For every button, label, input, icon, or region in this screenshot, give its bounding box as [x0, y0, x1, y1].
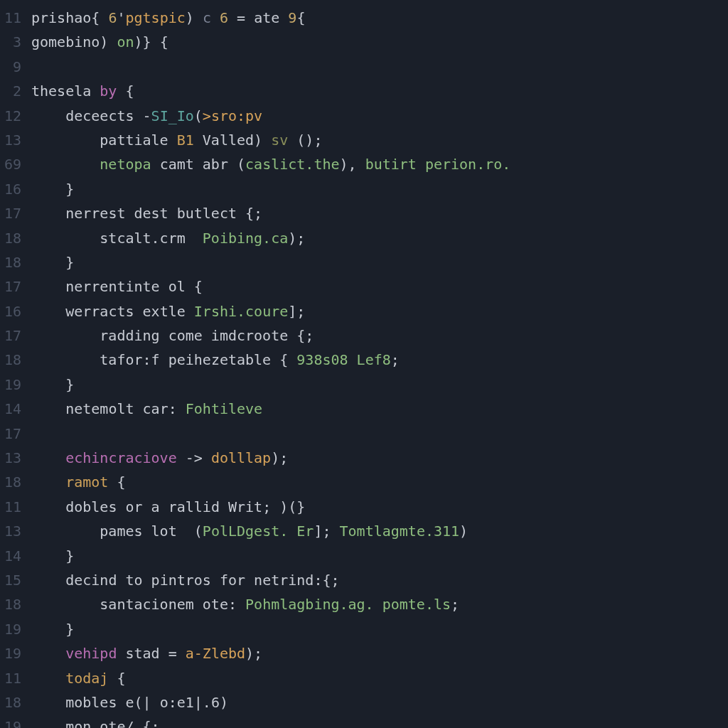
code-content[interactable]: prishao{ 6'pgtspic) c 6 = ate 9{	[31, 6, 728, 30]
code-content[interactable]: netopa camt abr (caslict.the), butirt pe…	[31, 152, 728, 176]
code-line[interactable]: 2thesela by {	[0, 79, 728, 103]
token: '	[117, 9, 125, 26]
token: PolLDgest. Er	[203, 523, 314, 540]
token: (	[194, 523, 203, 540]
code-line[interactable]: 12 deceects -SI_Io(>sro:pv	[0, 104, 728, 128]
token: e(| o:e1|.6)	[125, 694, 228, 711]
token: {	[91, 9, 108, 26]
token: ote/	[100, 718, 142, 728]
token	[31, 449, 65, 466]
code-content[interactable]	[31, 55, 728, 79]
code-line[interactable]: 18 mobles e(| o:e1|.6)	[0, 690, 728, 714]
code-line[interactable]: 16 }	[0, 177, 728, 201]
code-content[interactable]: netemolt car: Fohtileve	[31, 397, 728, 421]
code-content[interactable]: pames lot (PolLDgest. Er]; Tomtlagmte.31…	[31, 519, 728, 543]
code-line[interactable]: 69 netopa camt abr (caslict.the), butirt…	[0, 152, 728, 176]
token: }	[31, 547, 74, 564]
token	[31, 572, 65, 589]
token: gomebino	[31, 33, 100, 50]
code-line[interactable]: 11prishao{ 6'pgtspic) c 6 = ate 9{	[0, 6, 728, 30]
token	[31, 303, 65, 320]
token: mon	[65, 718, 100, 728]
code-line[interactable]: 13 pattiale B1 Valled) sv ();	[0, 128, 728, 152]
code-content[interactable]: tafor:f peihezetable { 938s08 Lef8;	[31, 348, 728, 372]
code-line[interactable]: 19 }	[0, 373, 728, 397]
code-line[interactable]: 15 decind to pintros for netrind:{;	[0, 568, 728, 592]
code-content[interactable]: gomebino) on)} {	[31, 30, 728, 54]
token: netemolt	[65, 400, 142, 417]
code-line[interactable]: 13 echincraciove -> dolllap);	[0, 446, 728, 470]
token: Irshi.coure	[194, 303, 288, 320]
code-line[interactable]: 11 dobles or a rallid Writ; )(}	[0, 495, 728, 519]
token: caslict.the	[245, 156, 339, 173]
token	[31, 327, 100, 344]
token: werracts	[65, 303, 142, 320]
code-content[interactable]: dobles or a rallid Writ; )(}	[31, 495, 728, 519]
token: ->	[186, 449, 211, 466]
code-content[interactable]: werracts extle Irshi.coure];	[31, 299, 728, 323]
code-content[interactable]: radding come imdcroote {;	[31, 323, 728, 348]
token: ote:	[203, 596, 245, 613]
code-content[interactable]: }	[31, 544, 728, 568]
code-line[interactable]: 17	[0, 422, 728, 446]
code-content[interactable]	[31, 422, 728, 446]
token: Valled	[203, 132, 254, 149]
code-content[interactable]: deceects -SI_Io(>sro:pv	[31, 104, 728, 128]
code-line[interactable]: 3gomebino) on)} {	[0, 30, 728, 54]
code-line[interactable]: 19 mon ote/ {;	[0, 714, 728, 728]
code-content[interactable]: decind to pintros for netrind:{;	[31, 568, 728, 592]
code-line[interactable]: 14 netemolt car: Fohtileve	[0, 397, 728, 421]
code-line[interactable]: 19 vehipd stad = a-Zlebd);	[0, 641, 728, 665]
code-line[interactable]: 11 todaj {	[0, 666, 728, 690]
line-number: 18	[0, 690, 31, 714]
line-number: 18	[0, 250, 31, 274]
code-content[interactable]: }	[31, 250, 728, 274]
code-content[interactable]: }	[31, 617, 728, 641]
code-line[interactable]: 16 werracts extle Irshi.coure];	[0, 299, 728, 323]
token	[31, 473, 65, 491]
token: ramot	[65, 473, 117, 491]
code-content[interactable]: mon ote/ {;	[31, 714, 728, 728]
code-content[interactable]: vehipd stad = a-Zlebd);	[31, 641, 728, 665]
code-content[interactable]: ramot {	[31, 470, 728, 494]
token: thesela	[31, 82, 100, 100]
code-content[interactable]: echincraciove -> dolllap);	[31, 446, 728, 470]
code-line[interactable]: 13 pames lot (PolLDgest. Er]; Tomtlagmte…	[0, 519, 728, 543]
token: decind	[65, 572, 125, 589]
code-line[interactable]: 18 tafor:f peihezetable { 938s08 Lef8;	[0, 348, 728, 372]
token: {	[296, 9, 305, 26]
code-line[interactable]: 19 }	[0, 617, 728, 641]
token: )	[100, 33, 117, 50]
code-line[interactable]: 9	[0, 55, 728, 79]
code-content[interactable]: nerrentinte ol {	[31, 274, 728, 299]
code-line[interactable]: 18 ramot {	[0, 470, 728, 494]
code-line[interactable]: 14 }	[0, 544, 728, 568]
token: butirt perion.ro.	[365, 156, 511, 173]
token: )	[254, 132, 271, 149]
token: to pintros for netrind	[125, 572, 314, 589]
token: pgtspic	[125, 9, 185, 26]
code-content[interactable]: santacionem ote: Pohmlagbing.ag. pomte.l…	[31, 592, 728, 616]
code-content[interactable]: nerrest dest butlect {;	[31, 201, 728, 225]
token: come imdcroote	[168, 327, 297, 344]
code-editor[interactable]: 11prishao{ 6'pgtspic) c 6 = ate 9{3gomeb…	[0, 0, 728, 728]
token	[31, 523, 100, 540]
code-line[interactable]: 18 }	[0, 250, 728, 274]
code-line[interactable]: 17 nerrentinte ol {	[0, 274, 728, 299]
code-line[interactable]: 17 nerrest dest butlect {;	[0, 201, 728, 225]
code-line[interactable]: 18 santacionem ote: Pohmlagbing.ag. pomt…	[0, 592, 728, 616]
code-content[interactable]: }	[31, 177, 728, 201]
code-content[interactable]: }	[31, 373, 728, 397]
token	[31, 205, 65, 222]
token	[31, 718, 65, 728]
code-line[interactable]: 18 stcalt.crm Poibing.ca);	[0, 226, 728, 250]
code-content[interactable]: stcalt.crm Poibing.ca);	[31, 226, 728, 250]
code-content[interactable]: pattiale B1 Valled) sv ();	[31, 128, 728, 152]
token: Poibing.ca	[203, 230, 288, 247]
token: ; )(}	[262, 498, 305, 515]
code-content[interactable]: todaj {	[31, 666, 728, 690]
code-content[interactable]: thesela by {	[31, 79, 728, 103]
token: stcalt	[100, 230, 151, 247]
code-content[interactable]: mobles e(| o:e1|.6)	[31, 690, 728, 714]
code-line[interactable]: 17 radding come imdcroote {;	[0, 323, 728, 348]
